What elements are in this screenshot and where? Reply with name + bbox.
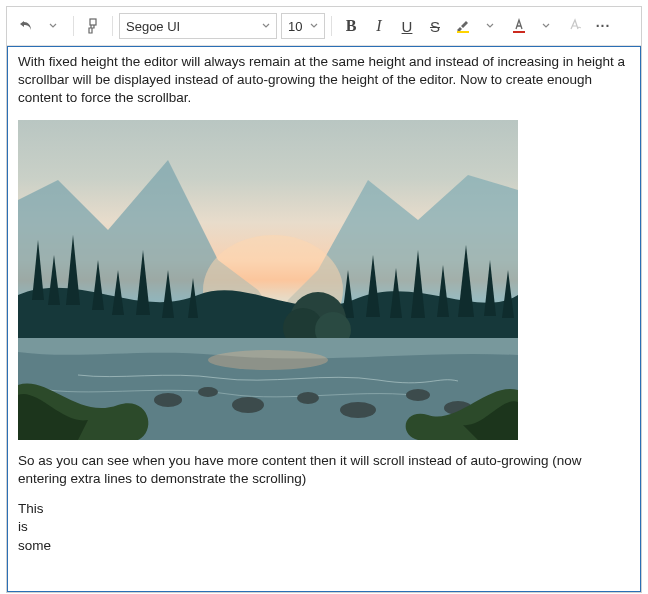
separator (112, 16, 113, 36)
text-line: some (18, 537, 630, 555)
paragraph: With fixed height the editor will always… (18, 53, 630, 108)
svg-point-8 (208, 350, 328, 370)
more-button[interactable]: ··· (590, 13, 616, 39)
svg-rect-0 (90, 19, 96, 25)
undo-icon (18, 18, 34, 34)
svg-point-14 (406, 389, 430, 401)
landscape-illustration (18, 120, 518, 440)
chevron-down-icon (542, 22, 550, 30)
underline-button[interactable]: U (394, 13, 420, 39)
underline-label: U (402, 18, 413, 35)
format-painter-button[interactable] (80, 13, 106, 39)
embedded-image[interactable] (18, 120, 518, 440)
font-family-select[interactable]: Segoe UI (119, 13, 277, 39)
svg-point-10 (198, 387, 218, 397)
font-family-value: Segoe UI (126, 19, 180, 34)
paragraph: So as you can see when you have more con… (18, 452, 630, 488)
highlighter-icon (455, 18, 471, 34)
font-color-icon (511, 18, 527, 34)
chevron-down-icon (310, 22, 318, 30)
font-size-select[interactable]: 10 (281, 13, 325, 39)
separator (73, 16, 74, 36)
svg-point-11 (232, 397, 264, 413)
toolbar: Segoe UI 10 B I U S ··· (7, 7, 641, 46)
highlight-button[interactable] (450, 13, 476, 39)
font-color-dropdown[interactable] (534, 13, 560, 39)
text-line: This (18, 500, 630, 518)
strikethrough-button[interactable]: S (422, 13, 448, 39)
svg-point-13 (340, 402, 376, 418)
separator (331, 16, 332, 36)
bold-button[interactable]: B (338, 13, 364, 39)
svg-point-12 (297, 392, 319, 404)
italic-button[interactable]: I (366, 13, 392, 39)
highlight-dropdown[interactable] (478, 13, 504, 39)
format-painter-icon (85, 18, 101, 34)
undo-dropdown[interactable] (41, 13, 67, 39)
svg-point-9 (154, 393, 182, 407)
clear-format-button[interactable] (562, 13, 588, 39)
clear-format-icon (567, 18, 583, 34)
editor-content-area[interactable]: With fixed height the editor will always… (7, 46, 641, 592)
bold-label: B (346, 17, 357, 35)
svg-rect-1 (457, 31, 469, 33)
font-size-value: 10 (288, 19, 302, 34)
svg-rect-2 (513, 31, 525, 33)
chevron-down-icon (49, 22, 57, 30)
rich-text-editor: Segoe UI 10 B I U S ··· W (6, 6, 642, 593)
chevron-down-icon (262, 22, 270, 30)
font-color-button[interactable] (506, 13, 532, 39)
strike-label: S (430, 18, 440, 35)
undo-button[interactable] (13, 13, 39, 39)
chevron-down-icon (486, 22, 494, 30)
more-label: ··· (596, 18, 611, 34)
italic-label: I (376, 17, 381, 35)
text-line: is (18, 518, 630, 536)
